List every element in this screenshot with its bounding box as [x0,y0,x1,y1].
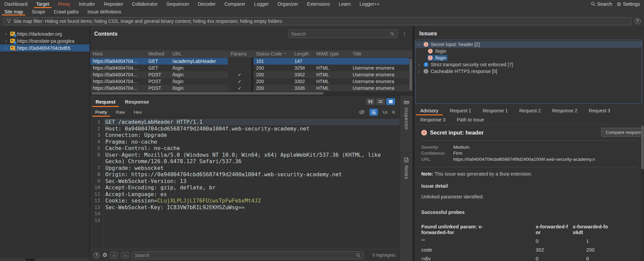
cell-status: 200 [253,71,292,78]
advisory-tab-advisory[interactable]: Advisory [415,106,444,115]
chevron-right-icon[interactable]: › [418,69,423,74]
issue-item[interactable]: ›!Strict transport security not enforced… [416,61,642,68]
advisory-scrollbar[interactable] [641,125,644,261]
issue-item[interactable]: !/login [416,54,642,61]
table-row[interactable]: https://0a94004704...POST/login✓2003302H… [90,78,409,85]
column-header-url[interactable]: URL [170,50,228,58]
menubar-tab-dashboard[interactable]: Dashboard [0,0,32,8]
request-line-text: Cookie: session=CLujXLPLJjLI76FUiwsTpFwF… [104,197,400,204]
menubar-tab-comparer[interactable]: Comparer [220,0,250,8]
tab-pretty[interactable]: Pretty [91,108,111,117]
menubar-tab-sequencer[interactable]: Sequencer [162,0,193,8]
advisory-scrollbar-thumb[interactable] [641,125,644,169]
column-header-title[interactable]: Title [350,50,409,58]
search-icon [591,2,596,6]
column-header-mime-type[interactable]: MIME type [314,50,350,58]
chevron-right-icon[interactable]: › [418,62,423,67]
menubar-tab-organizer[interactable]: Organizer [273,0,302,8]
layout-columns-button[interactable] [366,98,375,105]
layout-rows-button[interactable] [376,98,385,105]
advisory-tab-response-3[interactable]: Response 3 [415,115,451,124]
editor-search-input[interactable] [135,253,356,258]
advisory-tab-request-2[interactable]: Request 2 [513,106,546,115]
column-header-status-code[interactable]: Status Code^ [253,50,292,58]
menubar-tab-repeater[interactable]: Repeater [99,0,128,8]
contents-search-input[interactable] [291,31,390,37]
menubar-tab-proxy[interactable]: Proxy [53,0,74,8]
chevron-right-icon[interactable]: › [5,38,8,43]
contents-vertical-scrollbar[interactable] [409,58,413,91]
table-row[interactable]: https://0a94004704...POST/login✓2003302H… [90,71,409,78]
tab-raw[interactable]: Raw [111,108,129,117]
menubar-tab-logger[interactable]: Logger++ [355,0,384,8]
advisory-tab-path-to-issue[interactable]: Path to issue [451,115,490,124]
table-row[interactable]: https://0a94004704...POST/login✓2003336H… [90,85,409,91]
tab-inspector[interactable]: Inspector [400,96,413,153]
subtab-issue-definitions[interactable]: Issue definitions [83,8,126,15]
show-newlines-button[interactable]: \n [382,110,388,115]
editor-settings-gear-icon[interactable]: ⚙ [102,252,107,258]
advisory-tab-response-1[interactable]: Response 1 [477,106,514,115]
settings-button[interactable]: ⚙ Settings [617,1,640,7]
contents-hscroll-thumb[interactable] [92,92,324,95]
issue-item[interactable]: ›!Secret input: header [2] [416,41,642,48]
hide-nonprintable-icon[interactable] [359,110,365,115]
menubar-tab-target[interactable]: Target [32,0,54,8]
column-header-length[interactable]: Length [292,50,314,58]
menubar-tab-intruder[interactable]: Intruder [74,0,99,8]
layout-single-button[interactable] [386,98,395,105]
editor-menu-icon[interactable]: ≡ [392,109,395,115]
menubar-tab-extensions[interactable]: Extensions [302,0,334,8]
sitemap-tree-label: https://translate-pa.googlea [17,38,74,44]
sitemap-tree-item[interactable]: ›https://translate-pa.googlea [0,37,90,44]
contents-menu-kebab-icon[interactable]: ⋮ [402,31,407,37]
advisory-tab-request-1[interactable]: Request 1 [444,106,477,115]
contents-header: Contents ⋮ [90,26,413,50]
cell-length: 3336 [292,85,314,91]
subtab-scope[interactable]: Scope [27,8,49,15]
table-row[interactable]: https://0a94004704...GET/login2003258HTM… [90,65,409,71]
compare-responses-button[interactable]: Compare response [601,128,644,137]
column-header-params[interactable]: Params [228,50,253,58]
search-next-button[interactable]: → [121,252,129,259]
contents-vscroll-thumb[interactable] [409,59,412,91]
burp-suite-window: DashboardTargetProxyIntruderRepeaterColl… [0,0,644,261]
cell-host: https://0a94004704... [90,85,146,91]
tab-response[interactable]: Response [120,96,154,108]
cell-length: 147 [292,58,314,65]
table-row[interactable]: https://0a94004704...GET/academyLabHeade… [90,58,409,65]
column-header-method[interactable]: Method [146,50,170,58]
column-header-host[interactable]: Host [90,50,146,58]
sitemap-filter-bar[interactable]: Site map filter: Hiding not found items;… [3,17,631,25]
chevron-down-icon[interactable]: › [418,42,423,47]
issue-item[interactable]: ›iCacheable HTTPS response [5] [416,68,642,75]
word-wrap-button[interactable] [369,109,378,116]
contents-horizontal-scrollbar[interactable] [90,91,413,96]
advisory-tab-response-2[interactable]: Response 2 [546,106,583,115]
issues-title: Issues [415,26,644,40]
sitemap-tree-item[interactable]: ›https://darkreader.org [0,30,90,37]
chevron-right-icon[interactable]: › [5,31,8,36]
menubar-tab-decoder[interactable]: Decoder [193,0,220,8]
chevron-right-icon[interactable]: › [5,45,8,50]
help-icon[interactable]: ? [635,18,641,24]
menubar-tab-logger[interactable]: Logger [250,0,273,8]
subtab-crawl-paths[interactable]: Crawl paths [49,8,83,15]
tab-request[interactable]: Request [91,96,120,108]
tree-horizontal-scrollbar[interactable] [0,258,90,261]
line-number: 5 [90,145,104,152]
menubar-tab-collaborator[interactable]: Collaborator [128,0,162,8]
request-editor[interactable]: 1GET /academyLabHeader HTTP/1.12Host: 0a… [90,117,413,249]
menubar-tab-learn[interactable]: Learn [334,0,355,8]
subtab-site-map[interactable]: Site map [0,8,27,15]
search-prev-button[interactable]: ← [110,252,118,259]
issue-item[interactable]: !/login [416,48,642,54]
global-search-button[interactable]: Search [591,1,612,7]
advisory-tab-request-3[interactable]: Request 3 [583,106,616,115]
request-line: 4Pragma: no-cache [90,139,400,145]
tree-scrollbar-thumb[interactable] [25,259,35,261]
tab-hex[interactable]: Hex [129,108,146,117]
sitemap-tree-item[interactable]: ›https://0a94004704cbd65 [0,44,90,51]
tab-notes[interactable]: Notes [400,153,413,204]
editor-help-icon[interactable]: ? [94,252,100,258]
